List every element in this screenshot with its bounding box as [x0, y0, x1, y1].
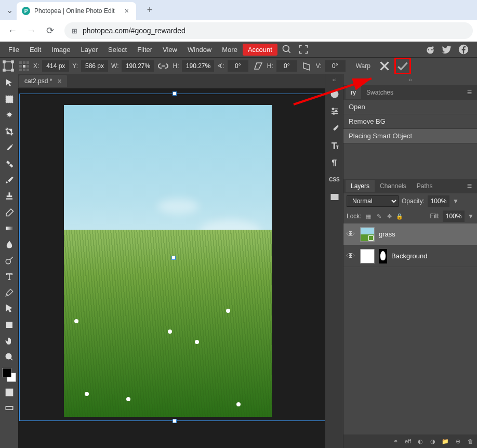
paragraph-icon[interactable] — [325, 154, 343, 171]
blend-mode-select[interactable]: Normal — [347, 195, 399, 207]
search-icon[interactable] — [282, 44, 292, 55]
reference-point-icon[interactable] — [18, 60, 30, 72]
history-tab[interactable]: ry — [346, 86, 361, 99]
address-bar[interactable]: ⊞ photopea.com/#goog_rewarded — [64, 22, 473, 39]
layer-name[interactable]: grass — [379, 230, 395, 238]
menu-filter[interactable]: Filter — [132, 43, 157, 56]
x-input[interactable] — [42, 60, 69, 72]
path-select-tool[interactable] — [0, 300, 18, 317]
strip-collapse[interactable]: ‹‹ — [325, 74, 343, 85]
lock-position-icon[interactable]: ✥ — [386, 213, 393, 220]
angle-input[interactable] — [228, 60, 248, 72]
info-icon[interactable] — [325, 85, 343, 102]
tab-close-button[interactable]: × — [123, 7, 131, 15]
skew-v-input[interactable] — [325, 60, 346, 72]
brush-tool[interactable] — [0, 172, 18, 188]
warp-button[interactable]: Warp — [356, 62, 370, 70]
transform-handle-top[interactable] — [173, 91, 177, 96]
layer-thumbnail[interactable] — [360, 249, 375, 263]
reload-button[interactable]: ⟳ — [42, 22, 58, 39]
layer-mask-icon[interactable]: ◐ — [417, 438, 424, 445]
menu-view[interactable]: View — [157, 43, 182, 56]
file-tab-close[interactable]: × — [57, 77, 61, 85]
new-tab-button[interactable]: + — [142, 3, 157, 17]
facebook-icon[interactable] — [458, 44, 469, 55]
delete-layer-icon[interactable]: 🗑 — [467, 438, 474, 444]
menu-edit[interactable]: Edit — [24, 43, 46, 56]
reddit-icon[interactable] — [425, 44, 435, 55]
panel-menu-icon[interactable]: ≡ — [464, 88, 475, 97]
confirm-transform-button[interactable] — [394, 58, 411, 74]
tab-dropdown[interactable]: ⌄ — [2, 3, 17, 17]
swatches-tab[interactable]: Swatches — [361, 86, 399, 99]
layer-name[interactable]: Background — [391, 252, 427, 260]
layer-effects-icon[interactable]: eff — [404, 438, 412, 444]
new-folder-icon[interactable]: 📁 — [442, 438, 449, 445]
layer-mask-thumbnail[interactable] — [379, 249, 387, 263]
gradient-tool[interactable] — [0, 220, 18, 236]
type-tool[interactable] — [0, 268, 18, 284]
site-settings-icon[interactable]: ⊞ — [72, 27, 77, 35]
canvas-viewport[interactable] — [18, 88, 325, 448]
move-tool[interactable] — [0, 75, 18, 91]
panel-minimize[interactable]: ›› — [343, 74, 477, 85]
dodge-tool[interactable] — [0, 252, 18, 268]
menu-file[interactable]: File — [3, 43, 24, 56]
image-icon[interactable] — [325, 188, 343, 205]
menu-more[interactable]: More — [217, 43, 243, 56]
history-item[interactable]: Placing Smart Object — [343, 129, 477, 143]
crop-tool[interactable] — [0, 123, 18, 139]
blur-tool[interactable] — [0, 236, 18, 252]
transform-handle-bottom[interactable] — [173, 419, 177, 423]
forward-button[interactable]: → — [23, 22, 39, 39]
eyedropper-tool[interactable] — [0, 139, 18, 155]
heal-tool[interactable] — [0, 155, 18, 172]
lock-all-icon[interactable]: 🔒 — [396, 213, 404, 220]
channels-tab[interactable]: Channels — [375, 180, 412, 192]
w-input[interactable] — [122, 60, 154, 72]
marquee-tool[interactable] — [0, 91, 18, 107]
new-layer-icon[interactable]: ⊕ — [454, 438, 461, 445]
skew-h-input[interactable] — [276, 60, 297, 72]
menu-account[interactable]: Account — [243, 44, 277, 56]
pen-tool[interactable] — [0, 284, 18, 300]
menu-select[interactable]: Select — [103, 43, 132, 56]
brush-options-icon[interactable] — [325, 120, 343, 137]
fill-input[interactable] — [443, 210, 465, 222]
layers-menu-icon[interactable]: ≡ — [464, 181, 475, 191]
opacity-input[interactable] — [428, 195, 449, 207]
layer-visibility-icon[interactable]: 👁 — [347, 252, 356, 261]
adjustments-icon[interactable] — [325, 102, 343, 120]
color-swatches[interactable] — [0, 366, 18, 384]
transform-icon[interactable] — [2, 60, 15, 72]
layers-tab[interactable]: Layers — [346, 180, 375, 192]
screenmode-tool[interactable] — [0, 400, 18, 416]
shape-tool[interactable] — [0, 317, 18, 333]
wand-tool[interactable] — [0, 107, 18, 123]
link-icon[interactable] — [157, 60, 169, 72]
stamp-tool[interactable] — [0, 188, 18, 204]
twitter-icon[interactable] — [442, 44, 452, 55]
browser-tab[interactable]: P Photopea | Online Photo Edit × — [17, 2, 136, 20]
lock-pixels-icon[interactable]: ✎ — [375, 213, 383, 220]
history-item[interactable]: Remove BG — [343, 114, 477, 129]
menu-image[interactable]: Image — [46, 43, 75, 56]
paths-tab[interactable]: Paths — [412, 180, 438, 192]
eraser-tool[interactable] — [0, 204, 18, 220]
y-input[interactable] — [81, 60, 108, 72]
history-item[interactable]: Open — [343, 100, 477, 114]
layer-visibility-icon[interactable]: 👁 — [347, 230, 356, 239]
css-icon[interactable]: CSS — [325, 171, 343, 188]
layer-row[interactable]: 👁 Background — [343, 245, 477, 267]
hand-tool[interactable] — [0, 333, 18, 349]
back-button[interactable]: ← — [4, 22, 21, 39]
cancel-transform-button[interactable] — [378, 59, 391, 73]
transform-handle-center[interactable] — [171, 256, 176, 260]
character-icon[interactable] — [325, 137, 343, 154]
opacity-dropdown-icon[interactable]: ▼ — [453, 197, 459, 205]
file-tab[interactable]: cat2.psd * × — [19, 75, 67, 87]
menu-window[interactable]: Window — [182, 43, 217, 56]
menu-layer[interactable]: Layer — [76, 43, 103, 56]
fill-dropdown-icon[interactable]: ▼ — [468, 213, 474, 220]
adjustment-layer-icon[interactable]: ◑ — [429, 438, 436, 445]
